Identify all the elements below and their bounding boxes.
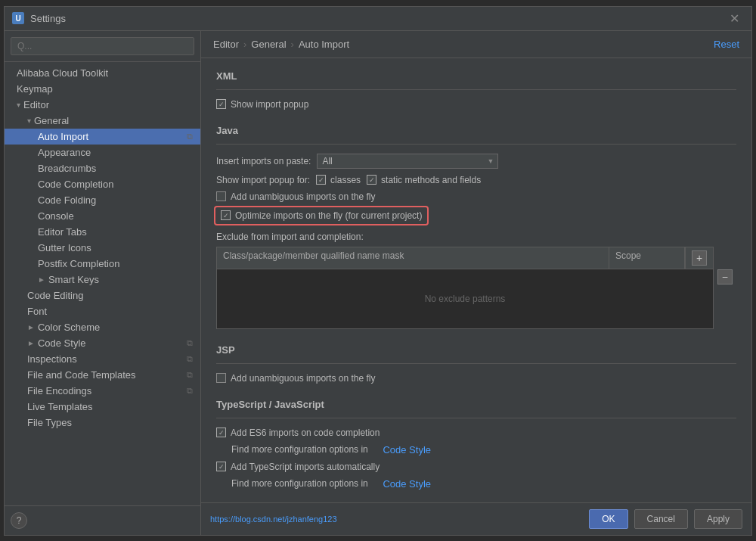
sidebar-item-auto-import[interactable]: Auto Import ⧉ (5, 129, 200, 145)
sidebar-item-file-code-templates[interactable]: File and Code Templates ⧉ (5, 367, 200, 383)
classes-label: classes (330, 175, 361, 185)
sidebar-item-appearance[interactable]: Appearance (5, 145, 200, 160)
sidebar-item-breadcrumbs[interactable]: Breadcrumbs (5, 160, 200, 176)
show-import-popup-label: Show import popup (231, 99, 308, 110)
main-content: Editor › General › Auto Import Reset XML (201, 31, 751, 535)
general-arrow: ▾ (27, 117, 31, 125)
static-methods-check-wrap[interactable]: static methods and fields (367, 175, 481, 185)
jsp-add-unambiguous-check[interactable]: Add unambiguous imports on the fly (216, 373, 375, 384)
sidebar-item-code-style[interactable]: ► Code Style ⧉ (5, 335, 200, 351)
add-typescript-check[interactable]: Add TypeScript imports automatically (216, 462, 380, 472)
sidebar-item-code-editing[interactable]: Code Editing (5, 288, 200, 303)
breadcrumb-auto-import: Auto Import (299, 39, 349, 50)
insert-imports-label: Insert imports on paste: (216, 156, 311, 166)
appearance-label: Appearance (38, 147, 91, 158)
table-side-buttons: – (717, 269, 733, 284)
close-button[interactable]: ✕ (725, 10, 744, 27)
jsp-add-unambiguous-checkbox[interactable] (216, 373, 226, 383)
xml-section: XML Show import popup (216, 70, 736, 110)
footer-url: https://blog.csdn.net/jzhanfeng123 (210, 515, 337, 524)
ts-more-options-row: Find more configuration options in Code … (216, 444, 736, 455)
add-pattern-button[interactable]: + (692, 250, 707, 266)
add-unambiguous-row: Add unambiguous imports on the fly (216, 191, 736, 202)
font-label: Font (27, 306, 47, 317)
add-es6-checkbox[interactable] (216, 428, 226, 437)
sidebar-item-smart-keys[interactable]: ► Smart Keys (5, 272, 200, 288)
sidebar-item-live-templates[interactable]: Live Templates (5, 399, 200, 415)
sidebar-item-keymap[interactable]: Keymap (5, 81, 200, 97)
cancel-button[interactable]: Cancel (634, 509, 688, 529)
optimize-imports-check[interactable]: Optimize imports on the fly (for current… (216, 208, 426, 223)
code-folding-label: Code Folding (38, 194, 96, 206)
table-header: Class/package/member qualified name mask… (216, 247, 714, 269)
settings-tree: Alibaba Cloud Toolkit Keymap ▾ Editor ▾ … (5, 62, 200, 505)
postfix-completion-label: Postfix Completion (38, 258, 119, 269)
empty-table-text: No exclude patterns (425, 294, 506, 304)
add-unambiguous-check[interactable]: Add unambiguous imports on the fly (216, 191, 375, 202)
ts-code-style-link[interactable]: Code Style (383, 444, 431, 455)
apply-button[interactable]: Apply (694, 509, 742, 529)
sidebar-item-alibaba[interactable]: Alibaba Cloud Toolkit (5, 65, 200, 81)
code-editing-label: Code Editing (27, 290, 83, 301)
editor-tabs-label: Editor Tabs (38, 226, 87, 238)
insert-imports-select[interactable]: All Ask None (317, 154, 498, 169)
table-body: No exclude patterns – (216, 269, 714, 329)
add-typescript-label: Add TypeScript imports automatically (231, 462, 380, 472)
insert-imports-row: Insert imports on paste: All Ask None (216, 154, 736, 169)
add-es6-check[interactable]: Add ES6 imports on code completion (216, 428, 380, 438)
sidebar-item-general[interactable]: ▾ General (5, 113, 200, 129)
add-typescript-checkbox[interactable] (216, 462, 226, 471)
static-methods-checkbox[interactable] (367, 175, 376, 185)
add-unambiguous-checkbox[interactable] (216, 191, 226, 201)
ts-more-options2-row: Find more configuration options in Code … (216, 478, 736, 490)
sidebar-item-postfix-completion[interactable]: Postfix Completion (5, 256, 200, 272)
search-input[interactable] (11, 37, 194, 55)
sidebar-item-console[interactable]: Console (5, 208, 200, 224)
java-section: Java Insert imports on paste: All Ask No… (216, 125, 736, 329)
file-types-label: File Types (27, 417, 72, 428)
sidebar-item-code-completion[interactable]: Code Completion (5, 176, 200, 192)
ts-more-options-text: Find more configuration options in (231, 444, 368, 455)
sidebar-item-code-folding[interactable]: Code Folding (5, 192, 200, 208)
show-popup-for-label: Show import popup for: (216, 175, 310, 185)
classes-checkbox[interactable] (316, 175, 326, 185)
exclude-label: Exclude from import and completion: (216, 232, 364, 242)
code-completion-label: Code Completion (38, 179, 113, 190)
optimize-imports-checkbox[interactable] (221, 210, 231, 220)
reset-button[interactable]: Reset (714, 39, 739, 50)
ok-button[interactable]: OK (589, 509, 627, 529)
keymap-label: Keymap (17, 83, 53, 95)
show-import-popup-check[interactable]: Show import popup (216, 99, 308, 110)
optimize-imports-row: Optimize imports on the fly (for current… (216, 208, 736, 223)
ts-code-style-link2[interactable]: Code Style (383, 478, 431, 490)
sidebar-item-gutter-icons[interactable]: Gutter Icons (5, 240, 200, 256)
typescript-section-title: TypeScript / JavaScript (216, 399, 736, 410)
xml-divider (216, 89, 736, 90)
exclude-table-container: Class/package/member qualified name mask… (216, 247, 714, 329)
live-templates-label: Live Templates (27, 401, 92, 412)
sidebar-item-editor-tabs[interactable]: Editor Tabs (5, 224, 200, 240)
classes-check-wrap[interactable]: classes (316, 175, 361, 185)
breadcrumb-sep1: › (243, 39, 246, 50)
gutter-icons-label: Gutter Icons (38, 242, 91, 253)
breadcrumb-editor: Editor (213, 39, 239, 50)
sidebar-bottom: ? (5, 505, 200, 535)
sidebar-item-inspections[interactable]: Inspections ⧉ (5, 351, 200, 367)
file-encodings-label: File Encodings (27, 385, 91, 396)
typescript-section: TypeScript / JavaScript Add ES6 imports … (216, 399, 736, 490)
sidebar-item-editor[interactable]: ▾ Editor (5, 97, 200, 113)
remove-pattern-button[interactable]: – (717, 269, 733, 284)
sidebar-item-font[interactable]: Font (5, 303, 200, 319)
help-button[interactable]: ? (11, 512, 27, 529)
code-style-icon: ⧉ (187, 338, 193, 348)
sidebar-item-color-scheme[interactable]: ► Color Scheme (5, 319, 200, 335)
add-unambiguous-label: Add unambiguous imports on the fly (231, 191, 375, 202)
console-label: Console (38, 210, 74, 222)
add-es6-row: Add ES6 imports on code completion (216, 428, 736, 438)
settings-scroll-area[interactable]: XML Show import popup Java I (201, 58, 751, 502)
sidebar-item-file-types[interactable]: File Types (5, 415, 200, 431)
breadcrumb-general: General (251, 39, 286, 50)
sidebar-item-file-encodings[interactable]: File Encodings ⧉ (5, 383, 200, 399)
show-import-popup-checkbox[interactable] (216, 99, 226, 109)
inspections-icon: ⧉ (187, 354, 193, 364)
